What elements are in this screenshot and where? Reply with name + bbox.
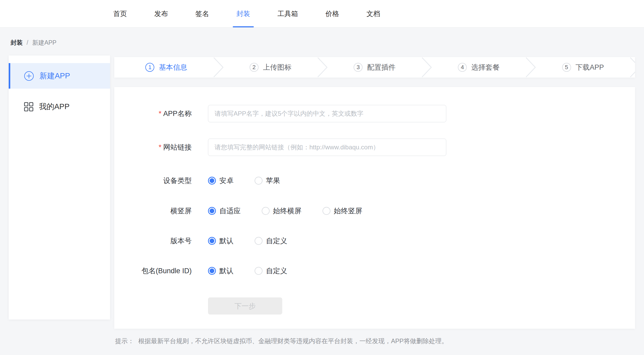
sidebar-item-my-app[interactable]: 我的APP xyxy=(9,94,110,119)
field-control xyxy=(208,139,446,156)
sidebar-item-label: 我的APP xyxy=(39,102,70,112)
field-label: 横竖屏 xyxy=(114,206,192,216)
field-label: *APP名称 xyxy=(114,109,192,118)
required-marker: * xyxy=(158,143,161,151)
step-label: 基本信息 xyxy=(159,63,187,72)
radio-option-label: 始终竖屏 xyxy=(334,206,362,216)
radio-option-orientation-always-landscape[interactable]: 始终横屏 xyxy=(262,206,301,216)
nav-item-label: 签名 xyxy=(195,9,209,18)
form-row-orientation: 横竖屏自适应始终横屏始终竖屏 xyxy=(114,206,635,216)
nav-item-price[interactable]: 价格 xyxy=(325,0,339,27)
step-label: 选择套餐 xyxy=(471,63,500,72)
nav-item-publish[interactable]: 发布 xyxy=(154,0,168,27)
radio-option-label: 自适应 xyxy=(219,206,241,216)
top-navbar: 首页发布签名封装工具箱价格文档 xyxy=(0,0,644,28)
step-number: 4 xyxy=(458,63,467,72)
sidebar-item-new-app[interactable]: 新建APP xyxy=(9,63,110,89)
field-control: 安卓苹果 xyxy=(208,176,301,185)
field-label-text: 横竖屏 xyxy=(170,207,192,215)
radio-unselected-icon[interactable] xyxy=(262,207,270,215)
nav-item-home[interactable]: 首页 xyxy=(113,0,127,27)
stepper-step-upload-icon[interactable]: 2上传图标 xyxy=(219,57,323,78)
radio-selected-icon[interactable] xyxy=(208,177,216,185)
radio-option-device-type-android[interactable]: 安卓 xyxy=(208,176,234,185)
field-label: 版本号 xyxy=(114,236,192,246)
radio-option-label: 自定义 xyxy=(266,266,287,276)
form-row-app-name: *APP名称 xyxy=(114,105,635,122)
form-row-version: 版本号默认自定义 xyxy=(114,236,635,246)
nav-item-sign[interactable]: 签名 xyxy=(195,0,209,27)
breadcrumb: 封装 / 新建APP xyxy=(11,39,56,47)
radio-option-bundle-id-default[interactable]: 默认 xyxy=(208,266,234,276)
stepper-step-choose-plan[interactable]: 4选择套餐 xyxy=(427,57,531,78)
radio-option-label: 默认 xyxy=(219,266,234,276)
field-label: *网站链接 xyxy=(114,143,192,152)
nav-item-label: 工具箱 xyxy=(278,9,298,18)
nav-item-toolbox[interactable]: 工具箱 xyxy=(278,0,298,27)
breadcrumb-section[interactable]: 封装 xyxy=(11,39,23,47)
tip-text: 根据最新平台规则，不允许区块链虚拟币、金融理财类等违规内容在平台封装，一经发现，… xyxy=(138,337,448,344)
breadcrumb-separator: / xyxy=(27,39,28,46)
radio-unselected-icon[interactable] xyxy=(255,237,262,245)
radio-option-device-type-apple[interactable]: 苹果 xyxy=(255,176,280,185)
radio-unselected-icon[interactable] xyxy=(323,207,330,215)
stepper-step-configure-plugins[interactable]: 3配置插件 xyxy=(323,57,427,78)
field-control: 自适应始终横屏始终竖屏 xyxy=(208,206,383,216)
nav-item-label: 价格 xyxy=(325,9,339,18)
nav-item-label: 封装 xyxy=(236,9,250,18)
field-label-text: 设备类型 xyxy=(163,177,192,185)
nav-items: 首页发布签名封装工具箱价格文档 xyxy=(113,0,380,27)
radio-option-version-default[interactable]: 默认 xyxy=(208,236,234,246)
form-row-site-url: *网站链接 xyxy=(114,139,635,156)
step-number: 5 xyxy=(562,63,571,72)
sidebar-item-label: 新建APP xyxy=(39,71,70,81)
field-label-text: 包名(Bundle ID) xyxy=(141,267,192,275)
step-number: 3 xyxy=(354,63,363,72)
field-label-text: 网站链接 xyxy=(163,143,192,151)
plus-circle-icon-wrap xyxy=(24,71,34,81)
basic-info-form: *APP名称*网站链接设备类型安卓苹果横竖屏自适应始终横屏始终竖屏版本号默认自定… xyxy=(114,87,635,329)
radio-option-label: 苹果 xyxy=(266,176,280,185)
radio-option-bundle-id-custom[interactable]: 自定义 xyxy=(255,266,287,276)
step-label: 配置插件 xyxy=(367,63,395,72)
nav-item-label: 发布 xyxy=(154,9,168,18)
form-row-bundle-id: 包名(Bundle ID)默认自定义 xyxy=(114,266,635,276)
radio-option-version-custom[interactable]: 自定义 xyxy=(255,236,287,246)
radio-selected-icon[interactable] xyxy=(208,207,216,215)
step-number: 2 xyxy=(250,63,259,72)
grid-icon xyxy=(24,102,33,111)
radio-unselected-icon[interactable] xyxy=(255,177,262,185)
radio-option-orientation-always-portrait[interactable]: 始终竖屏 xyxy=(323,206,362,216)
breadcrumb-current: 新建APP xyxy=(32,39,56,47)
footer-tip: 提示：根据最新平台规则，不允许区块链虚拟币、金融理财类等违规内容在平台封装，一经… xyxy=(115,337,448,345)
step-label: 上传图标 xyxy=(263,63,291,72)
nav-item-package[interactable]: 封装 xyxy=(236,0,250,27)
grid-icon-wrap xyxy=(24,102,33,111)
stepper: 1基本信息2上传图标3配置插件4选择套餐5下载APP xyxy=(114,57,635,78)
field-label-text: 版本号 xyxy=(170,237,192,245)
field-control: 默认自定义 xyxy=(208,236,308,246)
field-label-text: APP名称 xyxy=(163,110,192,118)
radio-selected-icon[interactable] xyxy=(208,267,216,275)
form-row-device-type: 设备类型安卓苹果 xyxy=(114,176,635,185)
nav-item-docs[interactable]: 文档 xyxy=(366,0,380,27)
nav-item-label: 文档 xyxy=(366,9,380,18)
radio-unselected-icon[interactable] xyxy=(255,267,262,275)
tip-prefix-label: 提示： xyxy=(115,337,134,344)
radio-option-label: 始终横屏 xyxy=(273,206,301,216)
field-control xyxy=(208,105,446,122)
site-url-input[interactable] xyxy=(208,139,446,156)
plus-circle-icon xyxy=(24,71,34,81)
stepper-step-download-app[interactable]: 5下载APP xyxy=(531,57,635,78)
radio-option-label: 自定义 xyxy=(266,236,287,246)
radio-selected-icon[interactable] xyxy=(208,237,216,245)
app-name-input[interactable] xyxy=(208,105,446,122)
radio-option-orientation-adaptive[interactable]: 自适应 xyxy=(208,206,241,216)
active-tab-underline xyxy=(233,26,254,27)
stepper-step-basic-info[interactable]: 1基本信息 xyxy=(114,57,219,78)
chevron-right-icon xyxy=(630,57,635,78)
radio-option-label: 默认 xyxy=(219,236,234,246)
field-label: 包名(Bundle ID) xyxy=(114,266,192,276)
next-step-button[interactable]: 下一步 xyxy=(208,297,282,315)
form-rows: *APP名称*网站链接设备类型安卓苹果横竖屏自适应始终横屏始终竖屏版本号默认自定… xyxy=(114,105,635,276)
